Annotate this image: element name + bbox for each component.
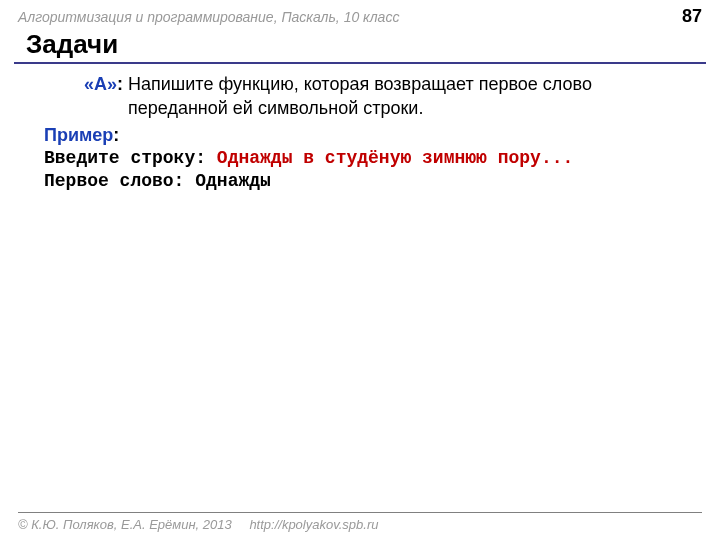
task-a-label: «A» [84,74,117,94]
footer: © К.Ю. Поляков, Е.А. Ерёмин, 2013 http:/… [0,506,720,540]
footer-copyright: © К.Ю. Поляков, Е.А. Ерёмин, 2013 [18,517,232,532]
example-label-text: Пример [44,125,113,145]
breadcrumb: Алгоритмизация и программирование, Паска… [18,9,399,25]
task-a-text: Напишите функцию, которая возвращает пер… [123,74,592,118]
footer-url: http://kpolyakov.spb.ru [249,517,378,532]
task-a-block: «A»: Напишите функцию, которая возвращае… [40,72,694,121]
example-label: Пример: [40,123,694,147]
example-colon: : [113,125,119,145]
example-line-2: Первое слово: Однажды [40,170,694,193]
example-line-1: Введите строку: Однажды в студёную зимню… [40,147,694,170]
example-input-1: Однажды в студёную зимнюю пору... [217,148,573,168]
footer-divider [18,512,702,513]
content-area: «A»: Напишите функцию, которая возвращае… [0,72,720,194]
page-title: Задачи [0,29,720,62]
page-number: 87 [682,6,702,27]
example-prompt-1: Введите строку: [44,148,217,168]
title-divider [14,62,706,64]
